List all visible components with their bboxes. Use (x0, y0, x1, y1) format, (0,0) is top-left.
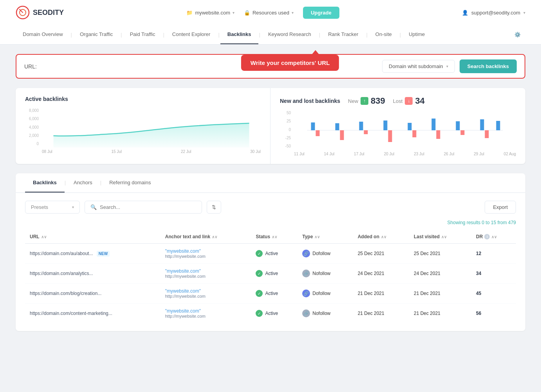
col-added-sort[interactable]: Added on ∧∨ (358, 234, 386, 239)
anchor-cell-4: "mywebsite.com" http://mywebsite.com (160, 304, 251, 324)
tab-referring-domains[interactable]: Referring domains (101, 173, 159, 192)
sort-icon-dr: ∧∨ (491, 235, 497, 239)
chevron-down-icon-2: ▾ (292, 11, 294, 15)
anchor-text-3[interactable]: "mywebsite.com" (165, 288, 247, 294)
table-header: URL ∧∨ Anchor text and link ∧∨ (25, 230, 516, 244)
nav-domain-overview[interactable]: Domain Overview (16, 25, 70, 44)
col-dr: DR i ∧∨ (471, 230, 516, 244)
type-cell-2: 🔗 Nofollow (298, 264, 353, 284)
table-section: Presets ▾ 🔍 ⇅ Export Showing results 0 t… (16, 193, 525, 331)
search-icon: 🔍 (90, 204, 97, 210)
domain-type-select[interactable]: Domain whit subdomain ▾ (382, 60, 455, 73)
col-url-sort[interactable]: URL ∧∨ (30, 234, 47, 239)
svg-rect-19 (485, 130, 489, 138)
y-axis-labels: 8,000 6,000 4,000 2,000 0 (25, 108, 39, 154)
nav-paid-traffic[interactable]: Paid Traffic (123, 25, 162, 44)
last-visited-cell-2: 24 Dec 2021 (409, 264, 471, 284)
lost-label: Lost (393, 98, 403, 104)
last-visited-cell-4: 21 Dec 2021 (409, 304, 471, 324)
main-nav: Domain Overview | Organic Traffic | Paid… (0, 25, 541, 45)
active-backlinks-panel: Active backlinks 8,000 6,000 4,000 2,000… (16, 88, 270, 164)
resources-used[interactable]: 🔒 Resources used ▾ (244, 10, 294, 16)
active-backlinks-title: Active backlinks (25, 96, 261, 102)
filter-icon: ⇅ (212, 204, 216, 210)
col-type-sort[interactable]: Type ∧∨ (302, 234, 320, 239)
svg-rect-16 (413, 130, 417, 137)
col-status-sort[interactable]: Status ∧∨ (256, 234, 277, 239)
search-backlinks-button[interactable]: Search backlinks (460, 59, 517, 73)
search-input-container: 🔍 (85, 201, 202, 214)
status-active-3: ✓ Active (256, 290, 293, 297)
nav-on-site[interactable]: On-site (368, 25, 399, 44)
type-container-1: 🔗 Dofollow (302, 250, 348, 257)
anchor-text-2[interactable]: "mywebsite.com" (165, 268, 247, 274)
filter-button[interactable]: ⇅ (207, 201, 221, 214)
presets-label: Presets (31, 204, 48, 210)
new-lost-header: New and lost backlinks New ↑ 839 Lost ↓ … (280, 96, 516, 106)
svg-rect-18 (461, 130, 465, 135)
tooltip-arrow (312, 50, 319, 55)
svg-rect-8 (432, 119, 436, 130)
nav-backlinks[interactable]: Backlinks (220, 25, 258, 44)
url-cell-1: https://domain.com/au/about... NEW (25, 244, 160, 264)
nav-content-explorer[interactable]: Content Explorer (165, 25, 218, 44)
user-menu[interactable]: 👤 support@seodity.com ▾ (462, 10, 525, 16)
status-active-1: ✓ Active (256, 250, 293, 257)
svg-rect-14 (364, 130, 368, 134)
app-name: SEODITY (33, 9, 64, 17)
upgrade-button[interactable]: Upgrade (303, 7, 339, 19)
table-row: https://domain.com/analytics... "mywebsi… (25, 264, 516, 284)
type-icon-1: 🔗 (302, 250, 310, 257)
anchor-cell-3: "mywebsite.com" http://mywebsite.com (160, 284, 251, 304)
export-button[interactable]: Export (485, 201, 516, 214)
svg-rect-10 (480, 119, 484, 130)
anchor-url-3: http://mywebsite.com (165, 294, 247, 298)
settings-icon[interactable]: ⚙️ (510, 27, 525, 42)
url-cell-3: https://domain.com/blog/creation... (25, 284, 160, 304)
chevron-down-icon-4: ▾ (446, 64, 448, 68)
svg-rect-7 (408, 123, 412, 130)
type-container-4: 🔗 Nofollow (302, 309, 348, 317)
resources-icon: 🔒 (244, 10, 250, 16)
header: SEODITY 📁 mywebsite.com ▾ 🔒 Resources us… (0, 0, 541, 25)
charts-section: Active backlinks 8,000 6,000 4,000 2,000… (16, 88, 525, 164)
new-label: New (348, 98, 358, 104)
lost-arrow-down-icon: ↓ (405, 97, 413, 105)
tab-anchors[interactable]: Anchors (66, 173, 100, 192)
svg-rect-4 (335, 123, 339, 130)
backlinks-tabs: Backlinks | Anchors | Referring domains (16, 173, 525, 193)
nav-keyword-research[interactable]: Keyword Research (261, 25, 318, 44)
user-email: support@seodity.com (471, 10, 520, 16)
domain-type-label: Domain whit subdomain (389, 63, 443, 69)
dr-cell-1: 12 (471, 244, 516, 264)
new-lost-chart-container: 50 25 0 -25 -50 (280, 111, 516, 156)
website-selector[interactable]: 📁 mywebsite.com ▾ (186, 10, 234, 16)
anchor-url-2: http://mywebsite.com (165, 274, 247, 279)
table-row: https://domain.com/blog/creation... "myw… (25, 284, 516, 304)
nav-organic-traffic[interactable]: Organic Traffic (73, 25, 120, 44)
col-anchor-sort[interactable]: Anchor text and link ∧∨ (165, 234, 217, 239)
lost-stat: Lost ↓ 34 (393, 96, 425, 106)
col-type: Type ∧∨ (298, 230, 353, 244)
new-arrow-up-icon: ↑ (361, 97, 368, 105)
sort-icon-url: ∧∨ (41, 235, 47, 239)
presets-dropdown[interactable]: Presets ▾ (25, 201, 80, 214)
nav-rank-tracker[interactable]: Rank Tracker (321, 25, 365, 44)
svg-rect-5 (359, 122, 363, 130)
resources-label: Resources used (252, 10, 289, 16)
dr-info-icon[interactable]: i (484, 234, 490, 239)
nav-uptime[interactable]: Uptime (402, 25, 432, 44)
header-center: 📁 mywebsite.com ▾ 🔒 Resources used ▾ Upg… (186, 7, 339, 19)
type-container-2: 🔗 Nofollow (302, 270, 348, 277)
tab-backlinks[interactable]: Backlinks (25, 173, 65, 192)
anchor-text-1[interactable]: "mywebsite.com" (165, 248, 247, 254)
url-tooltip: Write your competitors' URL (241, 50, 339, 71)
status-active-4: ✓ Active (256, 310, 293, 317)
logo-icon (16, 5, 30, 20)
anchor-text-4[interactable]: "mywebsite.com" (165, 308, 247, 314)
status-cell-3: ✓ Active (251, 284, 298, 304)
col-last-visited-sort[interactable]: Last visited ∧∨ (414, 234, 447, 239)
search-input[interactable] (100, 204, 196, 210)
col-dr-sort[interactable]: DR i ∧∨ (476, 234, 497, 239)
anchor-url-4: http://mywebsite.com (165, 314, 247, 318)
